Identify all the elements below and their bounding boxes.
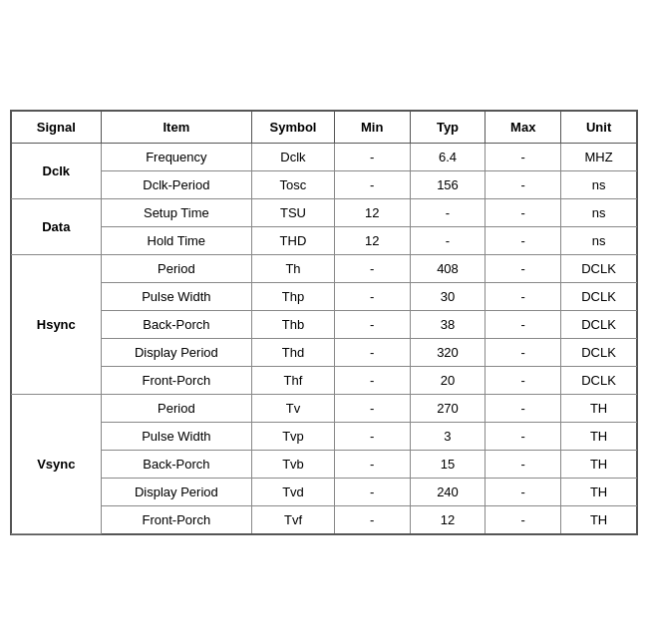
- unit-cell: TH: [561, 394, 637, 422]
- header-symbol: Symbol: [252, 111, 335, 143]
- typ-cell: 240: [410, 478, 486, 505]
- typ-cell: -: [410, 198, 486, 226]
- symbol-cell: Tvb: [252, 450, 335, 478]
- unit-cell: MHZ: [561, 143, 637, 170]
- max-cell: -: [486, 310, 561, 338]
- item-cell: Display Period: [101, 338, 252, 366]
- unit-cell: DCLK: [561, 366, 637, 394]
- signal-cell: Data: [12, 198, 102, 254]
- header-min: Min: [334, 111, 410, 143]
- item-cell: Hold Time: [101, 226, 252, 254]
- max-cell: -: [486, 143, 561, 170]
- max-cell: -: [486, 450, 561, 478]
- symbol-cell: TSU: [252, 198, 335, 226]
- unit-cell: TH: [561, 478, 637, 505]
- table-row: Display PeriodThd-320-DCLK: [12, 338, 637, 366]
- symbol-cell: Thd: [252, 338, 335, 366]
- min-cell: -: [334, 478, 410, 505]
- header-signal: Signal: [12, 111, 102, 143]
- typ-cell: 30: [410, 282, 486, 310]
- signal-cell: Hsync: [12, 254, 102, 394]
- item-cell: Period: [101, 394, 252, 422]
- symbol-cell: Th: [252, 254, 335, 282]
- item-cell: Back-Porch: [101, 450, 252, 478]
- min-cell: -: [334, 450, 410, 478]
- unit-cell: DCLK: [561, 282, 637, 310]
- unit-cell: TH: [561, 450, 637, 478]
- table-row: Back-PorchTvb-15-TH: [12, 450, 637, 478]
- header-max: Max: [486, 111, 561, 143]
- table-row: Hold TimeTHD12--ns: [12, 226, 637, 254]
- unit-cell: ns: [561, 198, 637, 226]
- timing-table: Signal Item Symbol Min Typ Max Unit Dclk…: [11, 111, 637, 534]
- table-row: Pulse WidthThp-30-DCLK: [12, 282, 637, 310]
- table-row: VsyncPeriodTv-270-TH: [12, 394, 637, 422]
- max-cell: -: [486, 338, 561, 366]
- min-cell: -: [334, 505, 410, 533]
- max-cell: -: [486, 170, 561, 198]
- unit-cell: DCLK: [561, 254, 637, 282]
- typ-cell: -: [410, 226, 486, 254]
- item-cell: Display Period: [101, 478, 252, 505]
- unit-cell: TH: [561, 422, 637, 450]
- item-cell: Front-Porch: [101, 366, 252, 394]
- table-row: Back-PorchThb-38-DCLK: [12, 310, 637, 338]
- min-cell: -: [334, 366, 410, 394]
- table-row: Front-PorchThf-20-DCLK: [12, 366, 637, 394]
- symbol-cell: Tvp: [252, 422, 335, 450]
- unit-cell: DCLK: [561, 310, 637, 338]
- min-cell: -: [334, 143, 410, 170]
- unit-cell: ns: [561, 170, 637, 198]
- symbol-cell: Tv: [252, 394, 335, 422]
- min-cell: -: [334, 170, 410, 198]
- header-row: Signal Item Symbol Min Typ Max Unit: [12, 111, 637, 143]
- symbol-cell: Thp: [252, 282, 335, 310]
- unit-cell: ns: [561, 226, 637, 254]
- max-cell: -: [486, 478, 561, 505]
- symbol-cell: Dclk: [252, 143, 335, 170]
- table-row: Pulse WidthTvp-3-TH: [12, 422, 637, 450]
- table-row: HsyncPeriodTh-408-DCLK: [12, 254, 637, 282]
- min-cell: -: [334, 282, 410, 310]
- unit-cell: TH: [561, 505, 637, 533]
- typ-cell: 270: [410, 394, 486, 422]
- max-cell: -: [486, 394, 561, 422]
- max-cell: -: [486, 226, 561, 254]
- signal-cell: Vsync: [12, 394, 102, 533]
- min-cell: -: [334, 310, 410, 338]
- item-cell: Dclk-Period: [101, 170, 252, 198]
- max-cell: -: [486, 366, 561, 394]
- item-cell: Pulse Width: [101, 282, 252, 310]
- table-row: Dclk-PeriodTosc-156-ns: [12, 170, 637, 198]
- min-cell: -: [334, 422, 410, 450]
- symbol-cell: Thb: [252, 310, 335, 338]
- typ-cell: 408: [410, 254, 486, 282]
- signal-cell: Dclk: [12, 143, 102, 198]
- typ-cell: 38: [410, 310, 486, 338]
- unit-cell: DCLK: [561, 338, 637, 366]
- header-item: Item: [101, 111, 252, 143]
- min-cell: -: [334, 394, 410, 422]
- min-cell: 12: [334, 226, 410, 254]
- min-cell: -: [334, 254, 410, 282]
- symbol-cell: Thf: [252, 366, 335, 394]
- symbol-cell: THD: [252, 226, 335, 254]
- header-unit: Unit: [561, 111, 637, 143]
- table-row: DataSetup TimeTSU12--ns: [12, 198, 637, 226]
- typ-cell: 20: [410, 366, 486, 394]
- max-cell: -: [486, 198, 561, 226]
- item-cell: Frequency: [101, 143, 252, 170]
- typ-cell: 320: [410, 338, 486, 366]
- typ-cell: 15: [410, 450, 486, 478]
- table-body: DclkFrequencyDclk-6.4-MHZDclk-PeriodTosc…: [12, 143, 637, 533]
- min-cell: 12: [334, 198, 410, 226]
- max-cell: -: [486, 254, 561, 282]
- table-row: Front-PorchTvf-12-TH: [12, 505, 637, 533]
- symbol-cell: Tvd: [252, 478, 335, 505]
- item-cell: Front-Porch: [101, 505, 252, 533]
- table-row: Display PeriodTvd-240-TH: [12, 478, 637, 505]
- max-cell: -: [486, 505, 561, 533]
- max-cell: -: [486, 422, 561, 450]
- item-cell: Back-Porch: [101, 310, 252, 338]
- timing-table-container: Signal Item Symbol Min Typ Max Unit Dclk…: [10, 110, 638, 535]
